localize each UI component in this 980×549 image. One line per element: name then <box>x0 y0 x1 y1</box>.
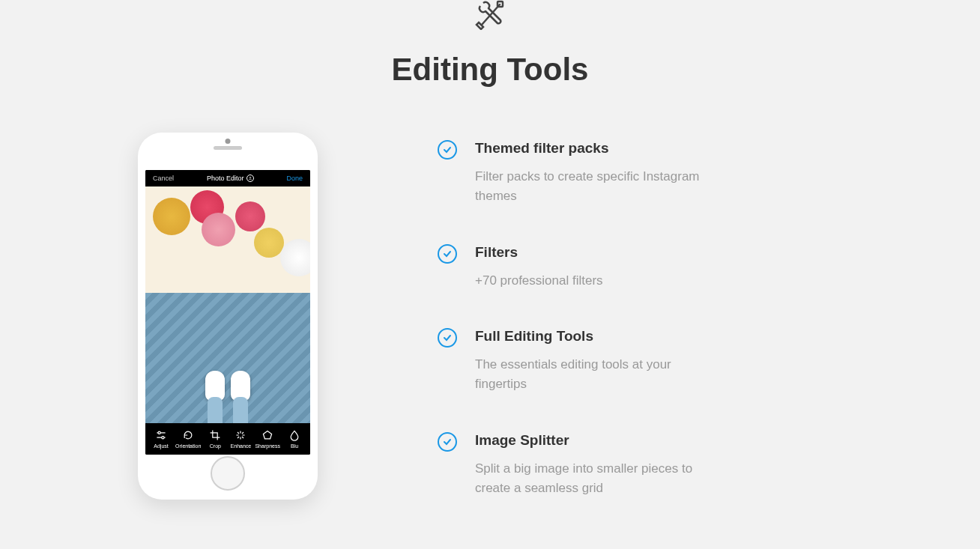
feature-description: The essentials editing tools at your fin… <box>475 355 715 395</box>
phone-screen: Cancel Photo Editor Done <box>145 170 310 455</box>
user-icon <box>246 175 254 182</box>
tools-icon <box>471 0 509 33</box>
enhance-icon <box>235 429 246 441</box>
feature-title: Themed filter packs <box>475 140 715 157</box>
tool-blur[interactable]: Blu <box>283 429 306 449</box>
feature-title: Full Editing Tools <box>475 328 715 345</box>
cancel-button[interactable]: Cancel <box>153 175 174 182</box>
feature-title: Image Splitter <box>475 432 715 449</box>
phone-mockup: Cancel Photo Editor Done <box>138 133 318 500</box>
check-icon <box>438 244 457 264</box>
feature-item: Image Splitter Split a big image into sm… <box>438 432 887 499</box>
feature-description: Split a big image into smaller pieces to… <box>475 459 715 499</box>
editor-title: Photo Editor <box>207 175 254 182</box>
feature-description: +70 professional filters <box>475 271 715 291</box>
check-icon <box>438 328 457 348</box>
adjust-icon <box>155 429 167 441</box>
svg-point-1 <box>249 177 251 178</box>
editor-photo <box>145 186 310 423</box>
feature-title: Filters <box>475 244 715 261</box>
feature-item: Full Editing Tools The essentials editin… <box>438 328 887 395</box>
tool-enhance[interactable]: Enhance <box>229 429 252 449</box>
page-title: Editing Tools <box>93 52 887 88</box>
feature-item: Themed filter packs Filter packs to crea… <box>438 140 887 207</box>
phone-nav-bar: Cancel Photo Editor Done <box>145 170 310 186</box>
svg-point-5 <box>162 437 164 439</box>
crop-icon <box>209 429 221 441</box>
tool-adjust[interactable]: Adjust <box>150 429 172 449</box>
section-header: Editing Tools <box>93 0 887 88</box>
tool-crop[interactable]: Crop <box>204 429 226 449</box>
check-icon <box>438 140 457 160</box>
feature-item: Filters +70 professional filters <box>438 244 887 291</box>
blur-icon <box>288 429 300 441</box>
done-button[interactable]: Done <box>286 175 303 182</box>
tool-orientation[interactable]: Orientation <box>175 429 201 449</box>
features-list: Themed filter packs Filter packs to crea… <box>438 133 887 536</box>
sharpness-icon <box>261 429 273 441</box>
check-icon <box>438 432 457 452</box>
orientation-icon <box>182 429 194 441</box>
feature-description: Filter packs to create specific Instagra… <box>475 167 715 207</box>
editor-toolbar: Adjust Orientation <box>145 423 310 455</box>
svg-point-3 <box>158 431 160 434</box>
tool-sharpness[interactable]: Sharpness <box>255 429 279 449</box>
